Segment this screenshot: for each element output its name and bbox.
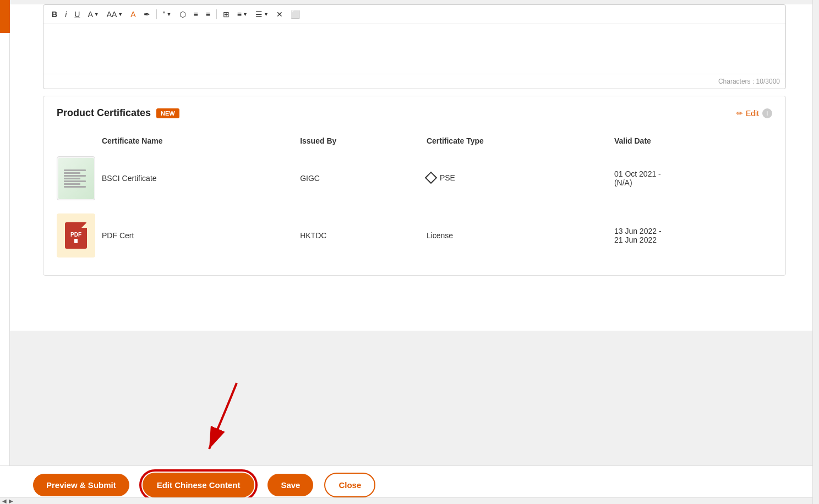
- cert-date-bsci: 01 Oct 2021 -(N/A): [614, 150, 772, 207]
- arrow-annotation: [149, 377, 259, 465]
- toolbar-pen[interactable]: ✒: [141, 8, 153, 20]
- col-cert-name: Certificate Name: [102, 132, 300, 150]
- edit-chinese-button[interactable]: Edit Chinese Content: [143, 473, 255, 497]
- scrollbar-bottom[interactable]: ◀ ▶: [0, 497, 812, 504]
- edit-chinese-wrapper: Edit Chinese Content: [140, 470, 257, 500]
- toolbar-align-center[interactable]: ≡: [191, 8, 201, 20]
- cert-thumbnail-bsci[interactable]: [57, 156, 95, 200]
- chevron-down-icon: ▼: [167, 12, 172, 17]
- scroll-left-icon[interactable]: ◀: [2, 498, 7, 504]
- cert-name-pdf: PDF Cert: [102, 207, 300, 264]
- sidebar-logo: [0, 0, 10, 33]
- cert-name-bsci: BSCI Certificate: [102, 150, 300, 207]
- toolbar-bold[interactable]: B: [49, 8, 60, 20]
- toolbar-align-left[interactable]: ⬡: [177, 8, 189, 20]
- certificates-section: Product Certificates NEW ✏ Edit i Certif…: [43, 96, 786, 276]
- cert-date-pdf: 13 Jun 2022 -21 Jun 2022: [614, 207, 772, 264]
- toolbar-clear[interactable]: ✕: [274, 8, 286, 20]
- toolbar-list-unordered[interactable]: ☰ ▼: [253, 8, 271, 20]
- char-count: Characters : 10/3000: [43, 74, 785, 89]
- cert-type-bsci: PSE: [427, 150, 614, 207]
- chevron-down-icon: ▼: [243, 12, 248, 17]
- cert-type-pdf: License: [427, 207, 614, 264]
- toolbar-highlight[interactable]: A: [128, 8, 138, 20]
- table-row: BSCI Certificate GIGC PSE 01 Oct 2021 -(…: [57, 150, 772, 207]
- section-title: Product Certificates NEW: [57, 107, 179, 119]
- editor-body[interactable]: [43, 24, 785, 74]
- save-button[interactable]: Save: [267, 474, 313, 496]
- toolbar-font-color[interactable]: A ▼: [85, 8, 101, 20]
- pdf-icon: PDF: [65, 222, 87, 249]
- edit-link[interactable]: ✏ Edit: [736, 109, 759, 118]
- scrollbar-right[interactable]: [812, 0, 819, 504]
- bottom-spacer: [10, 287, 819, 331]
- sidebar-left: [0, 0, 10, 504]
- col-cert-type: Certificate Type: [427, 132, 614, 150]
- info-icon[interactable]: i: [762, 108, 772, 118]
- pen-icon: ✏: [736, 109, 743, 118]
- toolbar-underline[interactable]: U: [72, 8, 83, 20]
- chevron-down-icon: ▼: [118, 12, 123, 17]
- toolbar-font-size[interactable]: AA ▼: [104, 8, 126, 20]
- section-title-text: Product Certificates: [57, 107, 151, 119]
- chevron-down-icon: ▼: [264, 12, 269, 17]
- editor-toolbar: B i U A ▼ AA ▼ A ✒ " ▼ ⬡ ≡ ≡ ⊞ ≡: [43, 5, 785, 24]
- col-issued-by: Issued By: [300, 132, 427, 150]
- toolbar-separator-2: [216, 9, 217, 19]
- toolbar-separator-1: [156, 9, 157, 19]
- cert-thumb-cell-pdf: PDF: [57, 207, 102, 264]
- new-badge: NEW: [156, 108, 179, 118]
- toolbar-italic[interactable]: i: [62, 8, 69, 20]
- scroll-right-icon[interactable]: ▶: [9, 498, 13, 504]
- editor-section: B i U A ▼ AA ▼ A ✒ " ▼ ⬡ ≡ ≡ ⊞ ≡: [43, 4, 786, 89]
- toolbar-align-right[interactable]: ≡: [203, 8, 213, 20]
- preview-submit-button[interactable]: Preview & Submit: [33, 474, 129, 496]
- diamond-icon: [425, 171, 438, 184]
- toolbar-image[interactable]: ⬜: [288, 8, 303, 20]
- certificates-table: Certificate Name Issued By Certificate T…: [57, 132, 772, 264]
- toolbar-table[interactable]: ⊞: [220, 8, 232, 20]
- cert-thumb-cell: [57, 150, 102, 207]
- close-button[interactable]: Close: [324, 473, 375, 497]
- cert-issued-by-pdf: HKTDC: [300, 207, 427, 264]
- toolbar-list-ordered[interactable]: ≡ ▼: [234, 8, 250, 20]
- chevron-down-icon: ▼: [94, 12, 99, 17]
- table-row: PDF PDF Cert HKTDC License 13 Jun 2022 -…: [57, 207, 772, 264]
- cert-image-bsci: [58, 158, 94, 199]
- col-valid-date: Valid Date: [614, 132, 772, 150]
- toolbar-quote[interactable]: " ▼: [160, 8, 174, 20]
- section-header: Product Certificates NEW ✏ Edit i: [57, 107, 772, 119]
- cert-thumbnail-pdf[interactable]: PDF: [57, 213, 95, 258]
- col-thumb: [57, 132, 102, 150]
- content-area: B i U A ▼ AA ▼ A ✒ " ▼ ⬡ ≡ ≡ ⊞ ≡: [10, 4, 819, 331]
- pse-icon-wrapper: PSE: [427, 173, 455, 182]
- cert-issued-by-bsci: GIGC: [300, 150, 427, 207]
